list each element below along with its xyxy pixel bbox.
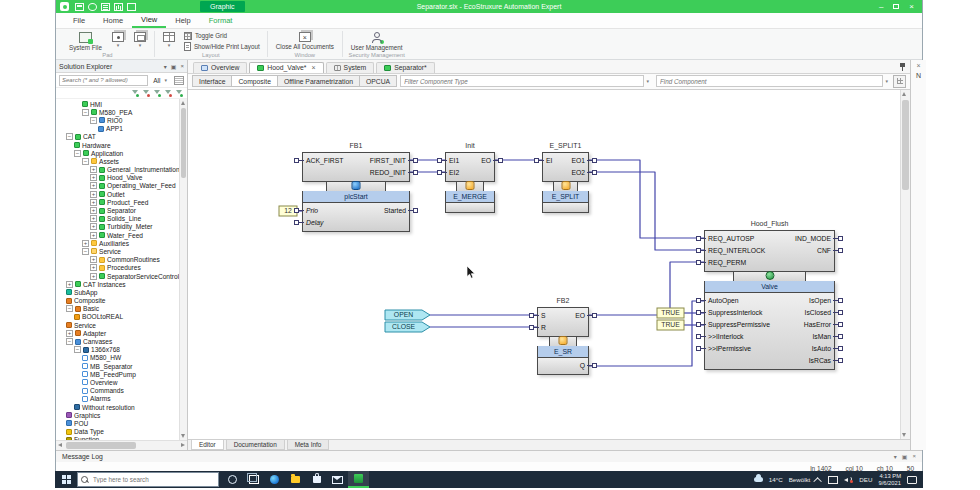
collapse-icon[interactable]: −	[90, 117, 97, 124]
tree-item-mb-feedpump[interactable]: MB_FeedPump	[56, 370, 187, 378]
menu-view[interactable]: View	[132, 13, 166, 28]
bottom-tab-editor[interactable]: Editor	[191, 440, 224, 450]
taskbar-search-input[interactable]	[91, 475, 218, 484]
pin-req-autosp[interactable]: REQ_AUTOSP	[708, 233, 754, 245]
tree-item-subapp[interactable]: SubApp	[56, 288, 187, 296]
expand-icon[interactable]: +	[90, 273, 97, 280]
tree-item-hmi[interactable]: HMI	[56, 100, 187, 108]
doc-tab-system[interactable]: System	[326, 62, 375, 73]
find-button[interactable]	[893, 75, 906, 88]
chevron-down-icon[interactable]: ▾	[646, 78, 649, 84]
weather-condition[interactable]: Bewölkt	[789, 476, 811, 483]
tree-item-operating-water-feed[interactable]: +Operating_Water_Feed	[56, 182, 187, 190]
tree-item-hood-valve[interactable]: +Hood_Valve	[56, 174, 187, 182]
tree-item-application[interactable]: −Application	[56, 149, 187, 157]
function-block-init[interactable]: InitEI1EOEI2 E_MERGE	[445, 152, 495, 213]
tree-item-m580-pea[interactable]: −M580_PEA	[56, 108, 187, 116]
pin-s[interactable]: S	[541, 310, 546, 322]
pin-eo[interactable]: EO	[481, 155, 491, 167]
tree-item-basic[interactable]: −Basic	[56, 305, 187, 313]
collapse-icon[interactable]: −	[66, 133, 73, 140]
tree-item-separator[interactable]: +Separator	[56, 206, 187, 214]
file-explorer-icon[interactable]	[285, 471, 306, 488]
split-layout-button[interactable]: ▾	[160, 31, 178, 48]
pin-prio[interactable]: Prio	[306, 205, 318, 217]
tree-item-service[interactable]: −Service	[56, 247, 187, 255]
tree-item-graphics[interactable]: Graphics	[56, 411, 187, 419]
doc-tab-separator[interactable]: Separator*	[376, 62, 435, 73]
menu-help[interactable]: Help	[166, 14, 199, 27]
subtab-offline-parametrization[interactable]: Offline Parametrization	[277, 75, 360, 87]
tree-item-water-feed[interactable]: +Water_Feed	[56, 231, 187, 239]
literal-value[interactable]: TRUE	[657, 320, 684, 330]
tree-item-rio0[interactable]: −RIO0	[56, 116, 187, 124]
filter-expand-icon[interactable]	[153, 89, 161, 97]
function-block-hood-flush[interactable]: Hood_FlushREQ_AUTOSPIND_MODEREQ_INTERLOC…	[704, 230, 835, 370]
scroll-right-icon[interactable]	[181, 443, 185, 447]
close-panel-icon[interactable]: ×	[180, 63, 184, 69]
network-icon[interactable]	[828, 476, 838, 484]
pin-isopen[interactable]: IsOpen	[809, 295, 831, 307]
menu-file[interactable]: File	[64, 14, 94, 27]
taskbar-search[interactable]	[77, 472, 219, 487]
pin-haserror[interactable]: HasError	[804, 319, 831, 331]
volume-muted-icon[interactable]	[844, 476, 853, 483]
tree-item-overview[interactable]: Overview	[56, 378, 187, 386]
bottom-tab-meta-info[interactable]: Meta Info	[287, 440, 330, 450]
find-component-input[interactable]	[656, 75, 883, 87]
expand-icon[interactable]: +	[90, 215, 97, 222]
tree-item-m580-hw[interactable]: M580_HW	[56, 354, 187, 362]
tree-item-app1[interactable]: APP1	[56, 125, 187, 133]
scroll-down-icon[interactable]	[181, 434, 185, 438]
expand-icon[interactable]: +	[82, 240, 89, 247]
collapse-icon[interactable]: −	[82, 248, 89, 255]
tree-item-product-feed[interactable]: +Product_Feed	[56, 198, 187, 206]
tree-horizontal-scrollbar[interactable]	[56, 440, 187, 450]
tree-item-1366x768[interactable]: −1366x768	[56, 346, 187, 354]
tree-item-commonroutines[interactable]: +CommonRoutines	[56, 256, 187, 264]
collapsed-panel-label[interactable]: N	[916, 72, 921, 79]
scrollbar-thumb[interactable]	[66, 442, 136, 449]
tree-vertical-scrollbar[interactable]	[179, 99, 187, 440]
expand-icon[interactable]: +	[90, 191, 97, 198]
pad-view-button[interactable]: ▾	[109, 31, 127, 48]
pin-req-interlock[interactable]: REQ_INTERLOCK	[708, 245, 765, 257]
tree-item-auxiliaries[interactable]: +Auxiliaries	[56, 239, 187, 247]
connector-close[interactable]: CLOSE	[385, 322, 430, 332]
collapse-icon[interactable]: −	[66, 305, 73, 312]
collapse-icon[interactable]: −	[82, 109, 89, 116]
connector-open[interactable]: OPEN	[385, 310, 430, 320]
tree-item-general-instrumentation[interactable]: +General_Instrumentation	[56, 166, 187, 174]
scroll-left-icon[interactable]	[58, 443, 62, 447]
pin-ipermissive[interactable]: >>IPermissive	[708, 343, 751, 355]
tree-item-outlet[interactable]: +Outlet	[56, 190, 187, 198]
panel-menu-icon[interactable]: ▾	[894, 453, 897, 460]
expand-icon[interactable]: +	[66, 281, 73, 288]
pin-r[interactable]: R	[541, 322, 546, 334]
pin-eo1[interactable]: EO1	[571, 155, 585, 167]
minimize-button[interactable]: –	[879, 2, 883, 12]
scope-dropdown[interactable]: All ▾	[150, 76, 172, 85]
function-block-e-split1[interactable]: E_SPLIT1EIEO1 EO2E_SPLIT	[542, 152, 589, 213]
tree-item-commands[interactable]: Commands	[56, 387, 187, 395]
list-options-icon[interactable]	[174, 76, 184, 85]
scroll-up-icon[interactable]	[902, 92, 906, 96]
pin-iinterlock[interactable]: >>IInterlock	[708, 331, 744, 343]
restore-button[interactable]	[893, 4, 899, 9]
undo-icon[interactable]	[88, 3, 97, 11]
explorer-search-input[interactable]	[59, 75, 148, 86]
tree-item-cat[interactable]: −CAT	[56, 133, 187, 141]
mail-icon[interactable]	[327, 471, 348, 488]
subtab-opcua[interactable]: OPCUA	[359, 75, 397, 87]
subtab-interface[interactable]: Interface	[192, 75, 232, 87]
expand-icon[interactable]: +	[66, 330, 73, 337]
pin-eo[interactable]: EO	[575, 310, 585, 322]
scroll-down-icon[interactable]	[902, 433, 906, 437]
ecostruxure-icon[interactable]	[348, 471, 369, 488]
build-icon[interactable]	[101, 3, 110, 11]
wire[interactable]	[589, 301, 704, 366]
canvas-vertical-scrollbar[interactable]	[900, 90, 910, 439]
collapse-icon[interactable]: −	[74, 346, 81, 353]
filter-remove-icon[interactable]	[142, 89, 150, 97]
start-button[interactable]	[55, 471, 77, 488]
